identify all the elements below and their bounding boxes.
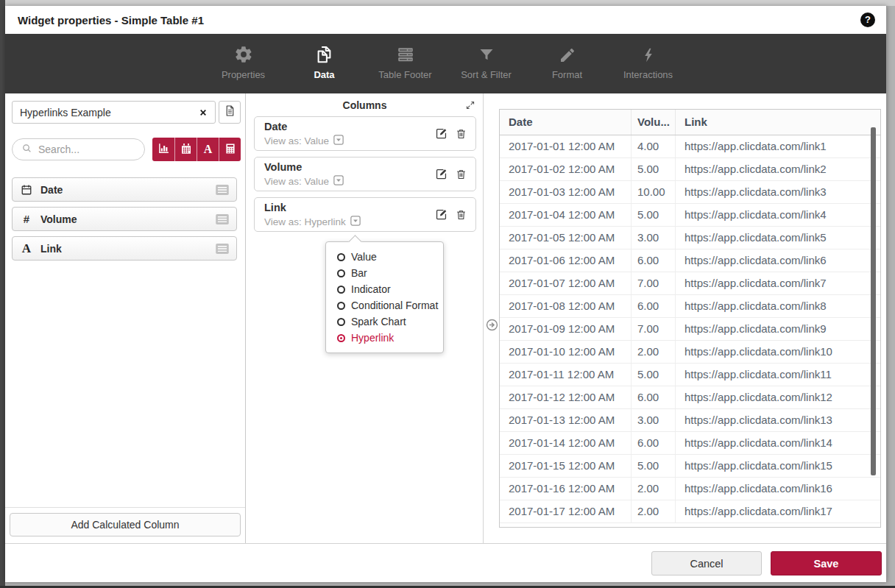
columns-panel-title: Columns — [247, 99, 483, 111]
drag-handle-icon[interactable] — [216, 244, 229, 254]
field-type-filter-group: A — [152, 138, 241, 161]
header-date[interactable]: Date — [500, 110, 632, 135]
toolbar-tab-label: Table Footer — [378, 69, 431, 80]
cell-link[interactable]: https://app.clicdata.com/link3 — [676, 181, 880, 203]
add-calculated-column-wrap: Add Calculated Column — [5, 507, 245, 543]
drag-handle-icon[interactable] — [216, 185, 229, 195]
view-as-option-label: Indicator — [351, 283, 391, 295]
table-row: 2017-01-11 12:00 AM 5.00 https://app.cli… — [500, 364, 880, 386]
field-type-filter-button[interactable] — [219, 138, 241, 161]
column-card[interactable]: Volume View as: Value — [254, 157, 476, 191]
search-input[interactable]: Search... — [12, 138, 145, 160]
table-scrollbar[interactable] — [871, 127, 876, 475]
cell-link[interactable]: https://app.clicdata.com/link15 — [676, 455, 880, 477]
bar-chart-icon — [158, 142, 170, 157]
cell-link[interactable]: https://app.clicdata.com/link12 — [676, 386, 880, 408]
view-as-option[interactable]: Value — [326, 249, 443, 265]
view-as-option[interactable]: Indicator — [326, 281, 443, 297]
view-as-dropdown[interactable]: View as: Value — [264, 135, 344, 147]
cell-link[interactable]: https://app.clicdata.com/link9 — [676, 318, 880, 340]
cell-volume: 2.00 — [632, 478, 676, 500]
field-item[interactable]: # Volume — [12, 207, 237, 231]
cell-link[interactable]: https://app.clicdata.com/link8 — [676, 295, 880, 317]
caret-square-down-icon[interactable] — [350, 216, 361, 228]
cell-volume: 7.00 — [632, 272, 676, 294]
cell-link[interactable]: https://app.clicdata.com/link6 — [676, 249, 880, 272]
column-card-actions — [435, 168, 467, 180]
toolbar-tab[interactable]: Properties — [203, 43, 284, 80]
header-volume[interactable]: Volu... — [632, 110, 676, 135]
view-as-dropdown[interactable]: View as: Hyperlink — [264, 216, 361, 228]
cell-link[interactable]: https://app.clicdata.com/link7 — [676, 272, 880, 294]
field-type-filter-button[interactable] — [174, 138, 197, 161]
cell-date: 2017-01-11 12:00 AM — [500, 364, 632, 386]
cell-link[interactable]: https://app.clicdata.com/link10 — [676, 341, 880, 363]
field-type-filter-button[interactable] — [152, 138, 174, 161]
field-item[interactable]: Date — [12, 177, 237, 202]
view-as-option[interactable]: Hyperlink — [326, 330, 443, 346]
view-as-option-label: Spark Chart — [351, 316, 406, 327]
toolbar-tab[interactable]: Table Footer — [365, 43, 446, 80]
view-as-option-label: Hyperlink — [351, 332, 394, 344]
widget-name-input[interactable]: Hyperlinks Example — [12, 101, 216, 124]
preview-table-body: 2017-01-01 12:00 AM 4.00 https://app.cli… — [500, 135, 880, 523]
cell-date: 2017-01-05 12:00 AM — [500, 227, 632, 249]
pages-icon — [314, 43, 334, 64]
trash-icon[interactable] — [456, 127, 467, 140]
view-as-option[interactable]: Conditional Format — [326, 297, 443, 314]
caret-square-down-icon[interactable] — [333, 135, 344, 147]
cell-link[interactable]: https://app.clicdata.com/link14 — [676, 432, 880, 454]
view-as-option[interactable]: Bar — [326, 265, 443, 281]
trash-icon[interactable] — [456, 168, 467, 180]
cell-volume: 4.00 — [632, 135, 676, 157]
cell-link[interactable]: https://app.clicdata.com/link17 — [676, 500, 880, 523]
column-card[interactable]: Link View as: Hyperlink — [254, 197, 476, 232]
view-as-option[interactable]: Spark Chart — [326, 314, 443, 330]
edit-icon[interactable] — [435, 127, 448, 140]
cell-link[interactable]: https://app.clicdata.com/link13 — [676, 409, 880, 431]
close-icon[interactable] — [199, 108, 208, 117]
header-link[interactable]: Link — [676, 110, 880, 135]
toolbar-tab[interactable]: Data — [284, 43, 365, 80]
letter-a-icon: A — [204, 143, 213, 156]
toolbar-tab-label: Data — [314, 69, 334, 80]
caret-square-down-icon[interactable] — [333, 175, 344, 188]
column-card[interactable]: Date View as: Value — [254, 116, 476, 151]
table-row: 2017-01-09 12:00 AM 7.00 https://app.cli… — [500, 318, 880, 341]
cell-link[interactable]: https://app.clicdata.com/link16 — [676, 478, 880, 500]
edit-icon[interactable] — [435, 208, 448, 221]
toolbar-tab[interactable]: Format — [527, 43, 608, 80]
help-icon[interactable]: ? — [860, 13, 875, 27]
cell-volume: 6.00 — [632, 249, 676, 272]
cell-link[interactable]: https://app.clicdata.com/link2 — [676, 158, 880, 180]
circle-arrow-right-icon[interactable] — [486, 319, 498, 331]
cell-link[interactable]: https://app.clicdata.com/link5 — [676, 227, 880, 249]
column-card-actions — [435, 208, 467, 221]
save-button[interactable]: Save — [771, 551, 882, 575]
cell-volume: 5.00 — [632, 364, 676, 386]
expand-icon[interactable] — [465, 100, 475, 110]
document-button[interactable] — [219, 101, 241, 124]
drag-handle-icon[interactable] — [216, 214, 229, 224]
add-calculated-column-button[interactable]: Add Calculated Column — [10, 513, 241, 536]
cell-link[interactable]: https://app.clicdata.com/link1 — [676, 135, 880, 157]
toolbar-tab-label: Interactions — [623, 69, 673, 80]
toolbar-tab[interactable]: Sort & Filter — [446, 43, 527, 80]
cell-link[interactable]: https://app.clicdata.com/link4 — [676, 204, 880, 226]
view-as-text: View as: Value — [264, 135, 329, 146]
lightning-icon — [640, 43, 657, 64]
trash-icon[interactable] — [456, 208, 467, 221]
search-icon — [21, 143, 32, 156]
field-type-filter-button[interactable]: A — [197, 138, 219, 161]
field-item[interactable]: A Link — [12, 236, 237, 261]
cell-link[interactable]: https://app.clicdata.com/link11 — [676, 364, 880, 386]
edit-icon[interactable] — [435, 168, 448, 180]
cell-date: 2017-01-09 12:00 AM — [500, 318, 632, 340]
toolbar-tab[interactable]: Interactions — [608, 43, 689, 80]
view-as-dropdown[interactable]: View as: Value — [264, 175, 344, 188]
table-row: 2017-01-02 12:00 AM 5.00 https://app.cli… — [500, 158, 880, 181]
table-row: 2017-01-12 12:00 AM 6.00 https://app.cli… — [500, 386, 880, 409]
cancel-button[interactable]: Cancel — [651, 551, 762, 575]
table-row: 2017-01-08 12:00 AM 6.00 https://app.cli… — [500, 295, 880, 318]
field-list: Date # Volume A Link — [12, 177, 237, 266]
